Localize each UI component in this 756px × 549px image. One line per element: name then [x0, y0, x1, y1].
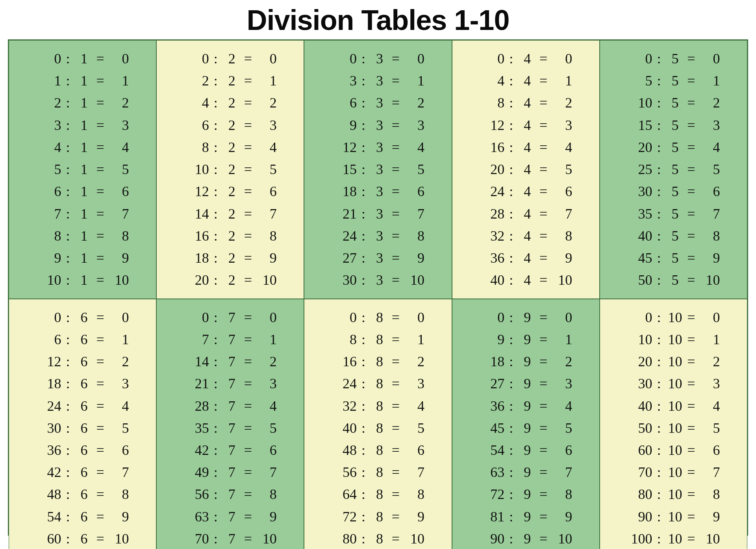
dividend: 2: [36, 93, 61, 112]
equation: 70:10=7: [627, 463, 720, 482]
division-operator: :: [61, 182, 75, 201]
quotient: 9: [255, 507, 277, 526]
divisor: 6: [75, 397, 94, 415]
equation: 14:2=7: [184, 204, 277, 223]
equation: 24:4=6: [479, 182, 572, 201]
divisor: 1: [75, 71, 94, 90]
division-operator: :: [61, 271, 75, 289]
division-table-cell: 0:6=06:6=112:6=218:6=324:6=430:6=536:6=6…: [9, 299, 156, 549]
equals-sign: =: [94, 507, 107, 526]
divisor: 10: [665, 419, 684, 438]
divisor: 1: [75, 204, 94, 223]
dividend: 40: [479, 271, 504, 289]
equation: 6:3=2: [332, 93, 424, 112]
equation: 24:6=4: [36, 397, 129, 415]
divisor: 9: [518, 374, 537, 393]
divisor: 5: [665, 49, 684, 68]
equation: 72:8=9: [332, 507, 424, 526]
quotient: 2: [402, 352, 424, 371]
division-operator: :: [61, 397, 75, 415]
divisor: 3: [370, 226, 389, 245]
quotient: 0: [107, 308, 129, 327]
division-operator: :: [504, 182, 518, 201]
dividend: 15: [332, 160, 357, 179]
quotient: 3: [255, 116, 277, 135]
division-operator: :: [504, 463, 518, 482]
dividend: 16: [332, 352, 357, 371]
quotient: 0: [402, 308, 424, 327]
dividend: 80: [627, 485, 652, 504]
equation: 21:3=7: [332, 204, 424, 223]
divisor: 7: [222, 441, 241, 460]
equals-sign: =: [389, 138, 402, 157]
quotient: 8: [698, 226, 720, 245]
quotient: 1: [107, 71, 129, 90]
quotient: 7: [698, 204, 720, 223]
quotient: 10: [107, 271, 129, 289]
equation-list: 0:7=07:7=114:7=221:7=328:7=435:7=542:7=6…: [184, 308, 277, 549]
equation: 30:10=3: [627, 374, 720, 393]
dividend: 16: [479, 138, 504, 157]
division-operator: :: [357, 485, 370, 504]
division-operator: :: [61, 419, 75, 438]
dividend: 0: [36, 308, 61, 327]
dividend: 8: [184, 138, 209, 157]
equation: 80:10=8: [627, 485, 720, 504]
divisor: 9: [518, 330, 537, 349]
quotient: 10: [255, 529, 277, 548]
division-operator: :: [357, 71, 370, 90]
division-operator: :: [652, 204, 665, 223]
equals-sign: =: [389, 419, 402, 438]
equation: 3:3=1: [332, 71, 424, 90]
dividend: 6: [36, 330, 61, 349]
dividend: 0: [479, 308, 504, 327]
quotient: 3: [402, 374, 424, 393]
equals-sign: =: [241, 397, 255, 415]
dividend: 48: [332, 441, 357, 460]
equals-sign: =: [241, 116, 255, 135]
divisor: 7: [222, 485, 241, 504]
quotient: 1: [255, 330, 277, 349]
quotient: 10: [107, 529, 129, 548]
dividend: 9: [479, 330, 504, 349]
division-operator: :: [504, 374, 518, 393]
divisor: 6: [75, 529, 94, 548]
quotient: 6: [550, 182, 572, 201]
equals-sign: =: [94, 529, 107, 548]
dividend: 81: [479, 507, 504, 526]
divisor: 2: [222, 71, 241, 90]
quotient: 2: [107, 93, 129, 112]
equals-sign: =: [537, 374, 550, 393]
dividend: 3: [36, 116, 61, 135]
dividend: 90: [627, 507, 652, 526]
divisor: 3: [370, 93, 389, 112]
quotient: 0: [255, 308, 277, 327]
divisor: 1: [75, 160, 94, 179]
division-operator: :: [652, 330, 665, 349]
equals-sign: =: [389, 374, 402, 393]
equals-sign: =: [94, 204, 107, 223]
equals-sign: =: [389, 182, 402, 201]
equation: 4:1=4: [36, 138, 129, 157]
dividend: 7: [36, 204, 61, 223]
equation: 0:5=0: [627, 49, 720, 68]
dividend: 30: [332, 271, 357, 289]
equation: 30:3=10: [332, 271, 424, 289]
divisor: 7: [222, 419, 241, 438]
dividend: 0: [479, 49, 504, 68]
division-operator: :: [61, 507, 75, 526]
dividend: 20: [479, 160, 504, 179]
equation: 28:4=7: [479, 204, 572, 223]
quotient: 6: [255, 182, 277, 201]
equals-sign: =: [537, 71, 550, 90]
divisor: 9: [518, 485, 537, 504]
dividend: 9: [36, 249, 61, 267]
dividend: 42: [184, 441, 209, 460]
divisor: 10: [665, 507, 684, 526]
equation: 20:10=2: [627, 352, 720, 371]
equation: 24:8=3: [332, 374, 424, 393]
division-operator: :: [61, 160, 75, 179]
equation: 35:5=7: [627, 204, 720, 223]
equation: 28:7=4: [184, 397, 277, 415]
division-operator: :: [61, 226, 75, 245]
